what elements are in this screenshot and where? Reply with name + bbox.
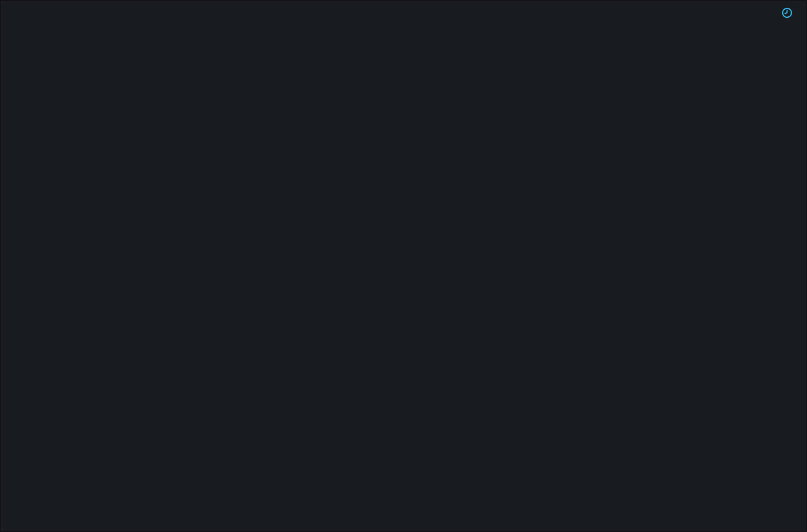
- grafana-panel: [1, 1, 806, 531]
- chart-area: [1, 1, 806, 531]
- legend: [13, 414, 796, 433]
- legend-header: [13, 414, 796, 433]
- plot-svg[interactable]: [62, 38, 796, 395]
